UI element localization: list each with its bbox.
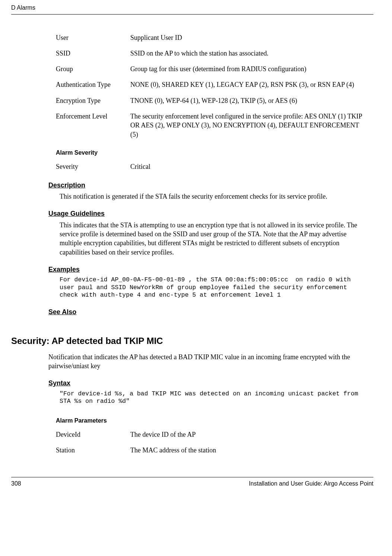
alarm-parameters-heading: Alarm Parameters	[56, 417, 373, 425]
table-row: Station The MAC address of the station	[56, 446, 362, 455]
param-val: Critical	[130, 162, 362, 171]
param-key: Encryption Type	[56, 96, 130, 105]
table-row: Authentication Type NONE (0), SHARED KEY…	[56, 80, 362, 89]
param-val: NONE (0), SHARED KEY (1), LEGACY EAP (2)…	[130, 80, 362, 89]
param-val: Group tag for this user (determined from…	[130, 64, 362, 73]
table-row: Group Group tag for this user (determine…	[56, 64, 362, 73]
page-footer: 308 Installation and User Guide: Airgo A…	[11, 477, 373, 488]
param-key: Group	[56, 64, 130, 73]
param-key: User	[56, 33, 130, 42]
param-val: TNONE (0), WEP-64 (1), WEP-128 (2), TKIP…	[130, 96, 362, 105]
description-heading: Description	[48, 181, 373, 190]
table-row: Encryption Type TNONE (0), WEP-64 (1), W…	[56, 96, 362, 105]
alarm-params-table-1: User Supplicant User ID SSID SSID on the…	[56, 33, 362, 139]
footer-page-number: 308	[11, 480, 21, 488]
param-key: DeviceId	[56, 430, 130, 439]
alarm-severity-heading: Alarm Severity	[56, 149, 373, 157]
param-val: The MAC address of the station	[130, 446, 362, 455]
header-left: D Alarms	[11, 4, 35, 12]
table-row: Severity Critical	[56, 162, 362, 171]
param-key: Severity	[56, 162, 130, 171]
param-val: Supplicant User ID	[130, 33, 362, 42]
alarm-params-table-2: DeviceId The device ID of the AP Station…	[56, 430, 362, 455]
param-val: The device ID of the AP	[130, 430, 362, 439]
section-title-security-tkip: Security: AP detected bad TKIP MIC	[11, 335, 373, 347]
param-key: SSID	[56, 49, 130, 58]
examples-code: For device-id AP_00-0A-F5-00-01-89 , the…	[60, 276, 366, 299]
examples-heading: Examples	[48, 265, 373, 274]
param-key: Authentication Type	[56, 80, 130, 89]
footer-title: Installation and User Guide: Airgo Acces…	[249, 480, 373, 488]
table-row: SSID SSID on the AP to which the station…	[56, 49, 362, 58]
syntax-heading: Syntax	[48, 379, 373, 388]
param-val: SSID on the AP to which the station has …	[130, 49, 362, 58]
table-row: DeviceId The device ID of the AP	[56, 430, 362, 439]
page-header: D Alarms	[11, 4, 373, 15]
table-row: Enforcement Level The security enforceme…	[56, 112, 362, 139]
description-text: This notification is generated if the ST…	[60, 192, 366, 201]
section2-intro: Notification that indicates the AP has d…	[48, 353, 366, 371]
param-key: Station	[56, 446, 130, 455]
usage-text: This indicates that the STA is attemptin…	[60, 221, 366, 257]
alarm-severity-table: Severity Critical	[56, 162, 362, 171]
seealso-heading: See Also	[48, 307, 373, 316]
syntax-code: "For device-id %s, a bad TKIP MIC was de…	[60, 390, 366, 405]
table-row: User Supplicant User ID	[56, 33, 362, 42]
param-val: The security enforcement level configure…	[130, 112, 362, 139]
usage-heading: Usage Guidelines	[48, 209, 373, 218]
param-key: Enforcement Level	[56, 112, 130, 139]
